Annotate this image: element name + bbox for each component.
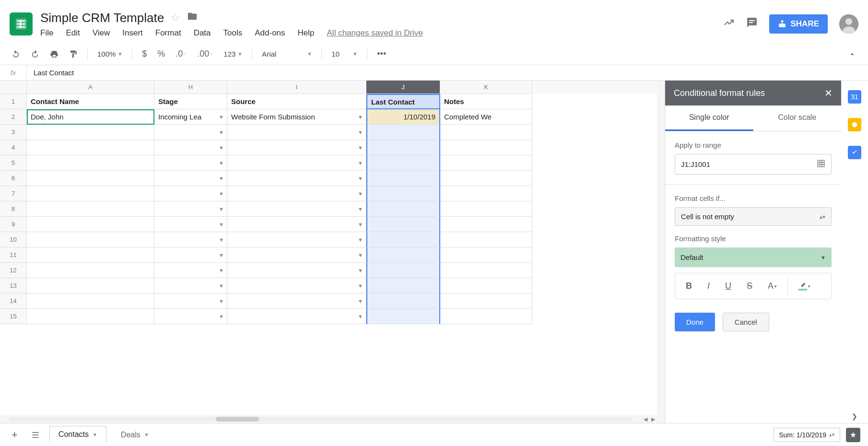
number-format-select[interactable]: 123▼ bbox=[220, 48, 246, 60]
cell-J13[interactable] bbox=[366, 278, 440, 293]
collapse-toolbar-button[interactable] bbox=[844, 47, 860, 61]
cell-K5[interactable] bbox=[440, 155, 532, 171]
menu-addons[interactable]: Add-ons bbox=[255, 28, 285, 38]
cell-H6[interactable]: ▼ bbox=[154, 171, 227, 186]
activity-icon[interactable] bbox=[723, 17, 735, 31]
cell-I2[interactable]: Website Form Submission▼ bbox=[227, 109, 366, 125]
row-header-9[interactable]: 9 bbox=[0, 217, 27, 232]
comment-icon[interactable] bbox=[746, 17, 758, 31]
dropdown-arrow-icon[interactable]: ▼ bbox=[358, 237, 363, 243]
cell-J5[interactable] bbox=[366, 155, 440, 171]
cell-H3[interactable]: ▼ bbox=[154, 125, 227, 140]
cell-A5[interactable] bbox=[27, 155, 154, 171]
cell-J8[interactable] bbox=[366, 201, 440, 217]
cell-J10[interactable] bbox=[366, 232, 440, 247]
sum-display[interactable]: Sum: 1/10/2019▴▾ bbox=[774, 428, 840, 442]
all-sheets-button[interactable] bbox=[27, 428, 44, 442]
cell-K12[interactable] bbox=[440, 263, 532, 278]
cell-J6[interactable] bbox=[366, 171, 440, 186]
cell-H9[interactable]: ▼ bbox=[154, 217, 227, 232]
redo-button[interactable] bbox=[27, 47, 43, 61]
row-header-8[interactable]: 8 bbox=[0, 201, 27, 217]
fill-color-button[interactable]: ▾ bbox=[792, 277, 817, 295]
calendar-icon[interactable]: 31 bbox=[848, 90, 861, 104]
row-header-4[interactable]: 4 bbox=[0, 140, 27, 155]
cell-A14[interactable] bbox=[27, 293, 154, 309]
cell-I3[interactable]: ▼ bbox=[227, 125, 366, 140]
tasks-icon[interactable] bbox=[848, 146, 861, 159]
cell-I8[interactable]: ▼ bbox=[227, 201, 366, 217]
cell-I15[interactable]: ▼ bbox=[227, 309, 366, 324]
dropdown-arrow-icon[interactable]: ▼ bbox=[219, 129, 224, 135]
dropdown-arrow-icon[interactable]: ▼ bbox=[219, 237, 224, 243]
row-header-15[interactable]: 15 bbox=[0, 309, 27, 324]
cell-H8[interactable]: ▼ bbox=[154, 201, 227, 217]
cell-J4[interactable] bbox=[366, 140, 440, 155]
menu-file[interactable]: File bbox=[40, 28, 53, 38]
keep-icon[interactable] bbox=[848, 118, 861, 131]
increase-decimal-button[interactable]: .00→ bbox=[193, 46, 217, 62]
cell-K11[interactable] bbox=[440, 247, 532, 263]
cell-I6[interactable]: ▼ bbox=[227, 171, 366, 186]
cell-A9[interactable] bbox=[27, 217, 154, 232]
cell-I9[interactable]: ▼ bbox=[227, 217, 366, 232]
save-status[interactable]: All changes saved in Drive bbox=[327, 28, 423, 38]
star-icon[interactable]: ☆ bbox=[171, 12, 180, 24]
share-button[interactable]: SHARE bbox=[769, 14, 828, 34]
more-toolbar-button[interactable]: ••• bbox=[373, 46, 390, 62]
col-header-K[interactable]: K bbox=[440, 81, 532, 94]
avatar[interactable] bbox=[839, 14, 858, 34]
row-header-12[interactable]: 12 bbox=[0, 263, 27, 278]
dropdown-arrow-icon[interactable]: ▼ bbox=[219, 314, 224, 319]
dropdown-arrow-icon[interactable]: ▼ bbox=[358, 114, 363, 120]
row-header-14[interactable]: 14 bbox=[0, 293, 27, 309]
dropdown-arrow-icon[interactable]: ▼ bbox=[358, 268, 363, 273]
cell-J7[interactable] bbox=[366, 186, 440, 201]
dropdown-arrow-icon[interactable]: ▼ bbox=[219, 176, 224, 181]
cell-I1[interactable]: Source bbox=[227, 94, 366, 109]
cell-I7[interactable]: ▼ bbox=[227, 186, 366, 201]
row-header-11[interactable]: 11 bbox=[0, 247, 27, 263]
cell-H10[interactable]: ▼ bbox=[154, 232, 227, 247]
currency-button[interactable]: $ bbox=[138, 46, 151, 62]
sheet-tab-deals[interactable]: Deals▼ bbox=[112, 427, 158, 443]
row-header-1[interactable]: 1 bbox=[0, 94, 27, 109]
bold-button[interactable]: B bbox=[679, 277, 699, 295]
cell-A6[interactable] bbox=[27, 171, 154, 186]
dropdown-arrow-icon[interactable]: ▼ bbox=[219, 191, 224, 197]
percent-button[interactable]: % bbox=[153, 46, 169, 62]
done-button[interactable]: Done bbox=[675, 313, 715, 331]
cell-I10[interactable]: ▼ bbox=[227, 232, 366, 247]
menu-tools[interactable]: Tools bbox=[223, 28, 243, 38]
menu-edit[interactable]: Edit bbox=[66, 28, 80, 38]
dropdown-arrow-icon[interactable]: ▼ bbox=[358, 252, 363, 258]
cell-H13[interactable]: ▼ bbox=[154, 278, 227, 293]
cell-A8[interactable] bbox=[27, 201, 154, 217]
cell-H11[interactable]: ▼ bbox=[154, 247, 227, 263]
cell-I5[interactable]: ▼ bbox=[227, 155, 366, 171]
cell-H14[interactable]: ▼ bbox=[154, 293, 227, 309]
col-header-I[interactable]: I bbox=[227, 81, 366, 94]
cell-A15[interactable] bbox=[27, 309, 154, 324]
underline-button[interactable]: U bbox=[718, 277, 738, 295]
text-color-button[interactable]: A▾ bbox=[761, 277, 784, 295]
menu-help[interactable]: Help bbox=[298, 28, 315, 38]
row-header-10[interactable]: 10 bbox=[0, 232, 27, 247]
fx-label[interactable]: fx bbox=[0, 65, 27, 80]
cell-K6[interactable] bbox=[440, 171, 532, 186]
row-header-6[interactable]: 6 bbox=[0, 171, 27, 186]
strikethrough-button[interactable]: S bbox=[740, 277, 759, 295]
vertical-scrollbar[interactable] bbox=[657, 81, 665, 423]
dropdown-arrow-icon[interactable]: ▼ bbox=[358, 314, 363, 319]
cell-A4[interactable] bbox=[27, 140, 154, 155]
cell-K4[interactable] bbox=[440, 140, 532, 155]
dropdown-arrow-icon[interactable]: ▼ bbox=[358, 145, 363, 151]
zoom-select[interactable]: 100%▼ bbox=[94, 48, 126, 60]
dropdown-arrow-icon[interactable]: ▼ bbox=[358, 160, 363, 166]
dropdown-arrow-icon[interactable]: ▼ bbox=[358, 206, 363, 212]
cell-J2[interactable]: 1/10/2019 bbox=[366, 109, 440, 125]
horizontal-scrollbar[interactable]: ◀ ▶ bbox=[0, 415, 657, 423]
cell-K3[interactable] bbox=[440, 125, 532, 140]
cell-K15[interactable] bbox=[440, 309, 532, 324]
dropdown-arrow-icon[interactable]: ▼ bbox=[358, 222, 363, 227]
